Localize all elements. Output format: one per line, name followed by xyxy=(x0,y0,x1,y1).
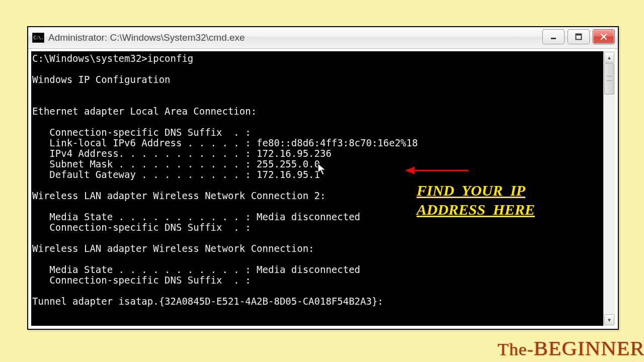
svg-rect-0 xyxy=(551,38,556,39)
maximize-button[interactable] xyxy=(568,29,590,44)
scroll-down-button[interactable]: ▼ xyxy=(604,314,614,325)
cmd-icon: C:\. xyxy=(32,33,44,43)
watermark-big: BEGINNER xyxy=(533,337,644,359)
scroll-thumb[interactable] xyxy=(604,63,614,95)
console-client-area: C:\Windows\system32>ipconfig Windows IP … xyxy=(31,51,615,326)
minimize-button[interactable] xyxy=(542,29,565,44)
svg-rect-2 xyxy=(576,34,582,36)
scroll-up-button[interactable]: ▲ xyxy=(604,52,614,63)
minimize-icon xyxy=(550,33,557,40)
titlebar[interactable]: C:\. Administrator: C:\Windows\System32\… xyxy=(28,27,618,49)
window-controls xyxy=(542,29,615,44)
watermark: The-BEGINNER xyxy=(498,336,644,360)
window-title: Administrator: C:\Windows\System32\cmd.e… xyxy=(48,32,245,43)
close-button[interactable] xyxy=(593,29,615,44)
watermark-small: The- xyxy=(498,340,534,358)
close-icon xyxy=(600,33,607,40)
maximize-icon xyxy=(575,33,582,40)
vertical-scrollbar[interactable]: ▲ ▼ xyxy=(603,51,615,326)
cmd-window: C:\. Administrator: C:\Windows\System32\… xyxy=(27,26,619,330)
console-output[interactable]: C:\Windows\system32>ipconfig Windows IP … xyxy=(31,51,603,326)
